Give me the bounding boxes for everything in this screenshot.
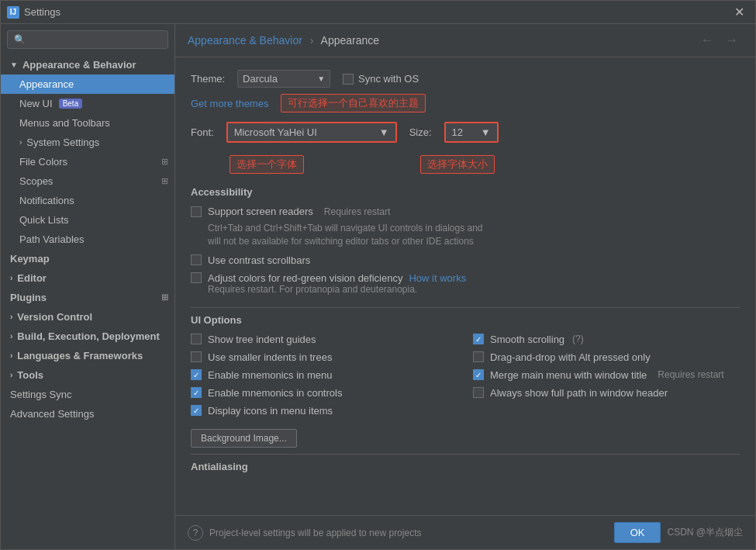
sidebar-item-editor[interactable]: › Editor xyxy=(1,268,174,288)
mnemonics-menu-row: ✓ Enable mnemonics in menu xyxy=(191,369,457,381)
sidebar-item-keymap[interactable]: Keymap xyxy=(1,249,174,268)
font-dropdown[interactable]: Microsoft YaHei UI ▼ xyxy=(226,122,397,143)
close-button[interactable]: ✕ xyxy=(730,3,749,21)
sidebar-item-label: New UI xyxy=(19,98,53,109)
mnemonics-controls-label: Enable mnemonics in controls xyxy=(208,387,342,399)
sidebar-item-tools[interactable]: › Tools xyxy=(1,365,174,385)
search-input[interactable] xyxy=(29,34,161,45)
search-box[interactable]: 🔍 xyxy=(7,30,168,49)
how-it-works-link[interactable]: How it works xyxy=(409,272,466,284)
divider xyxy=(191,307,740,308)
merge-restart: Requires restart xyxy=(658,369,723,380)
contrast-scrollbars-checkbox[interactable] xyxy=(191,254,202,265)
display-icons-checkbox[interactable]: ✓ xyxy=(191,405,202,416)
sidebar-item-label: Scopes xyxy=(19,175,53,187)
smaller-indents-checkbox[interactable] xyxy=(191,351,202,362)
sidebar-item-advanced-settings[interactable]: Advanced Settings xyxy=(1,404,174,424)
merge-menu-label: Merge main menu with window title xyxy=(490,369,647,381)
breadcrumb-separator: › xyxy=(310,34,314,47)
expand-icon: › xyxy=(10,351,12,360)
sidebar-item-version-control[interactable]: › Version Control xyxy=(1,307,174,327)
dropdown-arrow: ▼ xyxy=(379,126,389,138)
accessibility-title: Accessibility xyxy=(191,186,740,198)
show-tree-label: Show tree indent guides xyxy=(208,334,316,345)
always-show-path-checkbox[interactable] xyxy=(473,387,484,398)
sidebar-item-label: System Settings xyxy=(26,137,99,148)
background-image-button[interactable]: Background Image... xyxy=(191,429,297,448)
sidebar-item-path-variables[interactable]: Path Variables xyxy=(1,230,174,249)
help-button[interactable]: ? xyxy=(188,525,203,541)
smooth-scrolling-row: ✓ Smooth scrolling (?) xyxy=(473,334,740,345)
watermark: CSDN @半点烟尘 xyxy=(667,526,743,539)
breadcrumb-current: Appearance xyxy=(321,34,380,47)
sidebar-item-label: Appearance xyxy=(19,78,74,90)
sidebar-item-build[interactable]: › Build, Execution, Deployment xyxy=(1,327,174,346)
header-bar: Appearance & Behavior › Appearance ← → xyxy=(175,24,755,57)
adjust-colors-checkbox[interactable] xyxy=(191,272,202,283)
forward-button[interactable]: → xyxy=(721,32,743,49)
font-row: Font: Microsoft YaHei UI ▼ Size: 12 ▼ xyxy=(191,122,740,143)
sync-os-checkbox[interactable] xyxy=(343,74,354,85)
sidebar-item-system-settings[interactable]: › System Settings xyxy=(1,133,174,152)
expand-icon: › xyxy=(10,313,12,321)
titlebar: IJ Settings ✕ xyxy=(1,1,755,24)
drag-drop-row: Drag-and-drop with Alt pressed only xyxy=(473,351,740,363)
sidebar-item-label: Path Variables xyxy=(19,233,85,245)
size-dropdown[interactable]: 12 ▼ xyxy=(444,122,499,143)
sidebar-item-plugins[interactable]: Plugins ⊞ xyxy=(1,288,174,307)
mnemonics-menu-checkbox[interactable]: ✓ xyxy=(191,369,202,380)
mnemonics-controls-row: ✓ Enable mnemonics in controls xyxy=(191,387,457,399)
sidebar-item-new-ui[interactable]: New UI Beta xyxy=(1,94,174,113)
ui-options-title: UI Options xyxy=(191,314,740,326)
sidebar-item-notifications[interactable]: Notifications xyxy=(1,191,174,210)
sidebar-item-file-colors[interactable]: File Colors ⊞ xyxy=(1,152,174,171)
chinese-annotation-2: 选择一个字体 xyxy=(230,155,304,174)
get-themes-link[interactable]: Get more themes xyxy=(191,98,268,109)
display-icons-label: Display icons in menu items xyxy=(208,405,333,417)
theme-dropdown[interactable]: Darcula ▼ xyxy=(237,70,330,88)
sync-with-os-row: Sync with OS xyxy=(343,73,419,85)
show-tree-checkbox[interactable] xyxy=(191,334,202,344)
sidebar-item-label: Tools xyxy=(17,369,43,381)
contrast-scrollbars-label: Use contrast scrollbars xyxy=(208,254,310,266)
sidebar-item-appearance-behavior[interactable]: ▼ Appearance & Behavior xyxy=(1,55,174,74)
screen-readers-desc: Ctrl+Tab and Ctrl+Shift+Tab will navigat… xyxy=(208,222,483,248)
size-label: Size: xyxy=(409,126,432,138)
display-icons-row: ✓ Display icons in menu items xyxy=(191,405,457,417)
sidebar-item-label: Notifications xyxy=(19,195,74,206)
dropdown-arrow: ▼ xyxy=(317,74,325,83)
screen-readers-restart: Requires restart xyxy=(324,206,390,217)
antialiasing-title: Antialiasing xyxy=(191,461,740,472)
back-button[interactable]: ← xyxy=(696,32,718,49)
expand-icon: › xyxy=(10,332,12,341)
sidebar-item-label: Quick Lists xyxy=(19,214,69,226)
sidebar-item-appearance[interactable]: Appearance xyxy=(1,74,174,94)
drag-drop-checkbox[interactable] xyxy=(473,351,484,362)
sidebar-item-menus-toolbars[interactable]: Menus and Toolbars xyxy=(1,113,174,133)
sidebar-item-quick-lists[interactable]: Quick Lists xyxy=(1,210,174,230)
settings-icon: ⊞ xyxy=(161,157,168,167)
sidebar-item-scopes[interactable]: Scopes ⊞ xyxy=(1,171,174,191)
antialiasing-section: Antialiasing xyxy=(191,461,740,472)
ok-button[interactable]: OK xyxy=(614,522,661,543)
main-content: 🔍 ▼ Appearance & Behavior Appearance New… xyxy=(1,24,755,549)
sidebar-item-settings-sync[interactable]: Settings Sync xyxy=(1,385,174,404)
theme-value: Darcula xyxy=(243,73,278,85)
sidebar-item-languages[interactable]: › Languages & Frameworks xyxy=(1,346,174,365)
screen-readers-label: Support screen readers xyxy=(208,206,313,217)
size-value: 12 xyxy=(452,126,463,138)
merge-menu-checkbox[interactable]: ✓ xyxy=(473,369,484,380)
smooth-scrolling-checkbox[interactable]: ✓ xyxy=(473,334,484,344)
breadcrumb-parent[interactable]: Appearance & Behavior xyxy=(188,34,302,47)
sidebar-item-label: Build, Execution, Deployment xyxy=(17,330,159,342)
screen-readers-checkbox[interactable] xyxy=(191,206,202,217)
options-grid: Show tree indent guides ✓ Smooth scrolli… xyxy=(191,334,740,417)
adjust-colors-section: Adjust colors for red-green vision defic… xyxy=(191,272,740,295)
mnemonics-controls-checkbox[interactable]: ✓ xyxy=(191,387,202,398)
app-icon: IJ xyxy=(7,6,19,19)
screen-readers-row: Support screen readers Requires restart … xyxy=(191,206,740,248)
sidebar-item-label: Appearance & Behavior xyxy=(22,59,136,71)
sidebar-item-label: Version Control xyxy=(17,311,92,323)
bottom-bar: ? Project-level settings will be applied… xyxy=(175,515,755,549)
theme-label: Theme: xyxy=(191,73,225,85)
